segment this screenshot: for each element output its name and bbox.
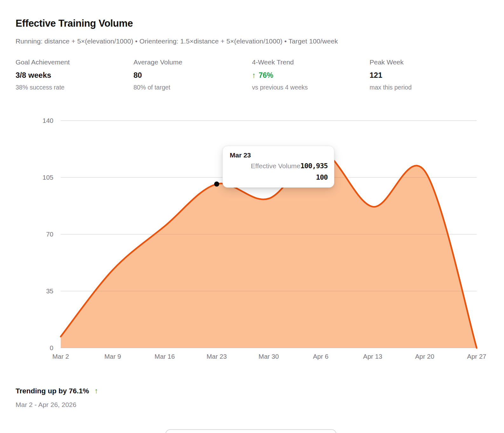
x-axis-label: Mar 23 bbox=[207, 353, 227, 360]
tooltip-series-label: Effective Volume bbox=[251, 160, 300, 172]
y-axis-label: 0 bbox=[50, 344, 53, 351]
y-axis-label: 105 bbox=[43, 174, 53, 181]
x-axis-labels: Mar 2Mar 9Mar 16Mar 23Mar 30Apr 6Apr 13A… bbox=[52, 353, 486, 360]
y-axis-label: 140 bbox=[43, 117, 53, 124]
footer-trend: Trending up by 76.1% ↑ bbox=[16, 387, 98, 395]
x-axis-label: Mar 30 bbox=[259, 353, 279, 360]
x-axis-label: Apr 6 bbox=[313, 353, 329, 360]
x-axis-label: Mar 9 bbox=[104, 353, 121, 360]
x-axis-label: Apr 13 bbox=[363, 353, 382, 360]
chart-tooltip: Mar 23 Effective Volume 100,935100 bbox=[222, 146, 334, 188]
effective-training-volume-page: { "header": { "title": "Effective Traini… bbox=[0, 0, 504, 433]
trend-up-arrow-icon: ↑ bbox=[94, 387, 98, 395]
active-point-dot bbox=[214, 182, 219, 187]
tooltip-value: 100,935100 bbox=[300, 160, 328, 183]
tooltip-row: Effective Volume 100,935100 bbox=[230, 160, 328, 183]
footer-trend-text: Trending up by 76.1% bbox=[16, 387, 89, 395]
y-axis-label: 35 bbox=[46, 287, 53, 295]
y-axis-labels: 03570105140 bbox=[43, 117, 53, 351]
bottom-partial-control[interactable] bbox=[165, 429, 337, 433]
y-axis-label: 70 bbox=[46, 230, 53, 238]
x-axis-label: Mar 16 bbox=[154, 353, 175, 360]
x-axis-label: Apr 20 bbox=[415, 353, 434, 360]
x-axis-label: Apr 27 bbox=[467, 353, 486, 360]
footer-date-range: Mar 2 - Apr 26, 2026 bbox=[16, 401, 76, 409]
volume-area-chart[interactable]: 03570105140 Mar 2Mar 9Mar 16Mar 23Mar 30… bbox=[0, 0, 504, 433]
tooltip-date: Mar 23 bbox=[230, 151, 328, 159]
x-axis-label: Mar 2 bbox=[52, 353, 69, 360]
